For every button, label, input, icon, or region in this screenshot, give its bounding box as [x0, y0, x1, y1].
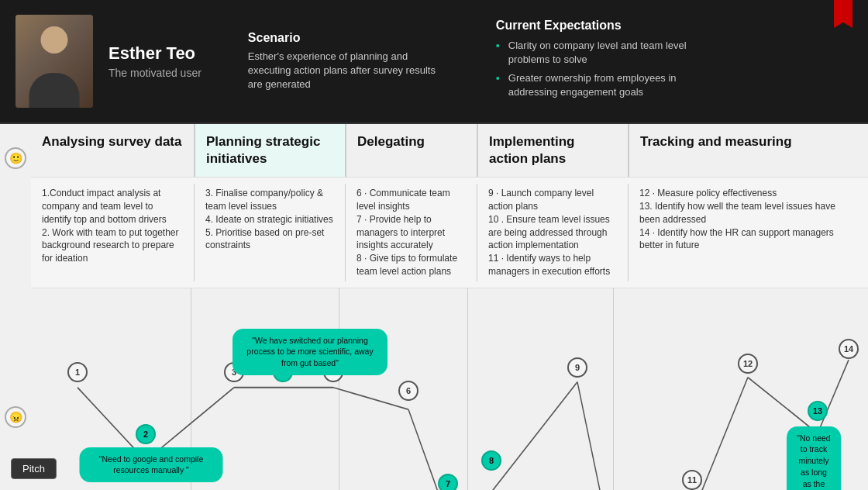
- user-name: Esther Teo: [108, 43, 202, 64]
- journey-flow: 1 2 3 4 5 6 7 8 9 10 11 12 13 14 "We hav…: [31, 288, 868, 490]
- step-text-4: 9 · Launch company level action plans10 …: [477, 184, 628, 281]
- pitch-button[interactable]: Pitch: [11, 458, 57, 479]
- quote-tracking: "No need to track minutely as long as th…: [787, 426, 841, 490]
- scenario-section: Scenario Esther's experience of planning…: [248, 31, 450, 92]
- scenario-title: Scenario: [248, 31, 450, 45]
- expectations-section: Current Expectations Clarity on company …: [496, 19, 713, 105]
- svg-line-4: [333, 388, 408, 409]
- col-header-5: Tracking and measuring: [628, 124, 868, 177]
- svg-line-12: [818, 360, 849, 433]
- user-subtitle: The motivated user: [108, 67, 202, 79]
- step-11: 11: [682, 470, 702, 490]
- scenario-text: Esther's experience of planning and exec…: [248, 50, 450, 92]
- step-12: 12: [738, 354, 758, 374]
- step-6: 6: [398, 381, 418, 401]
- svg-line-7: [491, 381, 577, 490]
- step-text-3: 6 · Communicate team level insights7 · P…: [345, 184, 477, 281]
- step-7: 7: [438, 474, 458, 490]
- main-content: 🙂 😠 Analysing survey data Planning strat…: [0, 124, 868, 490]
- col-header-4: Implementing action plans: [477, 124, 628, 177]
- step-8: 8: [481, 450, 501, 471]
- col-steps: 1.Conduct impact analysis at company and…: [31, 178, 868, 288]
- avatar: [16, 15, 93, 108]
- step-text-2: 3. Finalise company/policy & team level …: [194, 184, 345, 281]
- journey-columns: Analysing survey data Planning strategic…: [31, 124, 868, 490]
- quote-planning: "We have switched our planning process t…: [232, 329, 388, 375]
- step-14: 14: [839, 339, 859, 359]
- svg-line-11: [748, 378, 818, 433]
- user-info: Esther Teo The motivated user: [108, 43, 202, 79]
- step-text-1: 1.Conduct impact analysis at company and…: [31, 184, 194, 281]
- expectations-list: Clarity on company level and team level …: [496, 39, 713, 100]
- expectation-2: Greater ownership from employees in addr…: [496, 71, 713, 99]
- header: Esther Teo The motivated user Scenario E…: [0, 0, 868, 124]
- col-header-3: Delegating: [345, 124, 477, 177]
- expectations-title: Current Expectations: [496, 19, 713, 33]
- step-2: 2: [136, 424, 156, 444]
- svg-line-8: [577, 381, 611, 490]
- angry-emotion-icon: 😠: [5, 406, 26, 428]
- step-13: 13: [808, 401, 828, 421]
- happy-emotion-icon: 🙂: [5, 147, 26, 169]
- quote-analyse: "Need to google and compile resources ma…: [80, 447, 223, 482]
- expectation-1: Clarity on company level and team level …: [496, 39, 713, 67]
- step-text-5: 12 · Measure policy effectiveness13. Ide…: [628, 184, 868, 281]
- step-1: 1: [67, 362, 88, 382]
- col-header-1: Analysing survey data: [31, 124, 194, 177]
- svg-line-10: [692, 378, 748, 490]
- column-headers: Analysing survey data Planning strategic…: [31, 124, 868, 178]
- col-header-2: Planning strategic initiatives: [194, 124, 345, 177]
- emotion-column: 🙂 😠: [0, 124, 31, 490]
- step-9: 9: [567, 357, 587, 378]
